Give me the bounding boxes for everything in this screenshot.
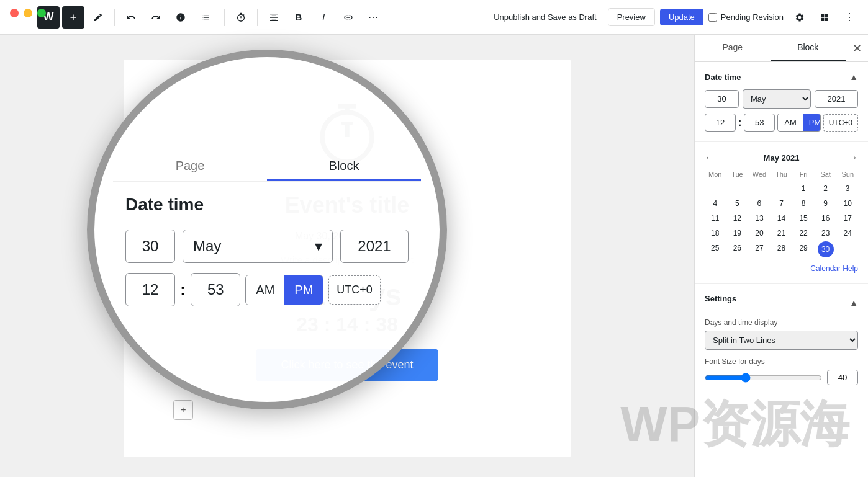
traffic-light-red[interactable] <box>10 9 19 17</box>
time-colon: : <box>738 117 741 128</box>
more-options-button[interactable]: ⋮ <box>838 6 861 29</box>
minute-input[interactable] <box>744 114 775 132</box>
datetime-toggle-button[interactable]: ▲ <box>849 72 858 82</box>
calendar-help-link[interactable]: Calendar Help <box>810 264 858 273</box>
cal-day-4[interactable]: 4 <box>705 197 726 210</box>
mag-month-wrapper[interactable]: May ▾ <box>183 230 333 263</box>
cal-day-10[interactable]: 10 <box>837 197 858 210</box>
toolbar-right: Unpublish and Save as Draft Preview Upda… <box>487 6 861 29</box>
link-button[interactable] <box>337 6 359 29</box>
datetime-section-header: Date time ▲ <box>705 72 858 82</box>
cal-day-29[interactable]: 29 <box>793 241 814 257</box>
traffic-light-yellow[interactable] <box>24 9 32 17</box>
cal-day-9[interactable]: 9 <box>815 197 836 210</box>
list-view-button[interactable] <box>194 6 217 29</box>
mag-tabs: Page Block <box>113 153 421 182</box>
mag-utc-button[interactable]: UTC+0 <box>328 275 381 305</box>
cal-day-12[interactable]: 12 <box>727 212 748 225</box>
year-input[interactable] <box>815 90 858 108</box>
info-button[interactable] <box>170 6 192 29</box>
mag-year-input[interactable] <box>340 230 409 263</box>
pending-revision-checkbox[interactable] <box>708 13 717 22</box>
pm-button[interactable]: PM <box>803 114 821 131</box>
cal-day-11[interactable]: 11 <box>705 212 726 225</box>
cal-day-21[interactable]: 21 <box>771 226 792 240</box>
day-input[interactable] <box>705 90 739 108</box>
am-pm-group: AM PM <box>777 114 820 132</box>
cal-prev-button[interactable]: ← <box>705 152 715 163</box>
cal-day-25[interactable]: 25 <box>705 241 726 257</box>
preview-button[interactable]: Preview <box>608 8 655 26</box>
tab-page[interactable]: Page <box>695 35 771 61</box>
cal-grid: Mon Tue Wed Thu Fri Sat Sun 1 2 3 4 5 6 … <box>705 168 858 257</box>
utc-button[interactable]: UTC+0 <box>823 114 858 132</box>
font-size-input[interactable] <box>827 370 858 385</box>
settings-button[interactable] <box>789 6 811 29</box>
cal-day-2[interactable]: 2 <box>815 182 836 195</box>
cal-day-14[interactable]: 14 <box>771 212 792 225</box>
add-block-below-button[interactable]: + <box>173 400 193 420</box>
cal-day-8[interactable]: 8 <box>793 197 814 210</box>
cal-day-16[interactable]: 16 <box>815 212 836 225</box>
sidebar-close-button[interactable]: ✕ <box>846 37 868 60</box>
mag-minute-input[interactable] <box>191 273 240 306</box>
cal-day-5[interactable]: 5 <box>727 197 748 210</box>
hour-input[interactable] <box>705 114 736 132</box>
cal-day-6[interactable]: 6 <box>749 197 770 210</box>
cal-day-15[interactable]: 15 <box>793 212 814 225</box>
cal-day-17[interactable]: 17 <box>837 212 858 225</box>
timer-button[interactable] <box>230 6 252 29</box>
month-select[interactable]: May <box>743 89 811 109</box>
divider <box>114 9 115 26</box>
cal-day-19[interactable]: 19 <box>727 226 748 240</box>
edit-button[interactable] <box>87 6 109 29</box>
tab-block[interactable]: Block <box>771 35 846 61</box>
cal-next-button[interactable]: → <box>848 152 858 163</box>
cal-day-27[interactable]: 27 <box>749 241 770 257</box>
settings-toggle-button[interactable]: ▲ <box>849 298 858 308</box>
view-button[interactable] <box>813 6 836 29</box>
mag-tab-block[interactable]: Block <box>267 153 421 181</box>
font-size-slider[interactable] <box>705 373 822 383</box>
mag-tab-page[interactable]: Page <box>113 153 267 181</box>
cal-day-3[interactable]: 3 <box>837 182 858 195</box>
cal-header-mon: Mon <box>705 168 726 181</box>
magnifier-overlay: Page Block Date time May ▾ : AM PM <box>87 50 447 409</box>
cal-day-empty <box>705 182 726 195</box>
mag-pm-button[interactable]: PM <box>284 275 323 305</box>
italic-button[interactable]: I <box>312 6 335 29</box>
undo-button[interactable] <box>120 6 142 29</box>
datetime-section: Date time ▲ May : AM PM UTC+0 <box>695 62 868 142</box>
bold-button[interactable]: B <box>287 6 310 29</box>
update-button[interactable]: Update <box>660 9 703 25</box>
pending-revision: Pending Revision <box>708 12 784 22</box>
traffic-light-green[interactable] <box>37 9 46 17</box>
toolbar-center: B I ⋯ <box>222 6 384 29</box>
am-button[interactable]: AM <box>778 114 803 131</box>
cal-day-26[interactable]: 26 <box>727 241 748 257</box>
cal-day-13[interactable]: 13 <box>749 212 770 225</box>
cal-day-18[interactable]: 18 <box>705 226 726 240</box>
cal-day-20[interactable]: 20 <box>749 226 770 240</box>
cal-day-23[interactable]: 23 <box>815 226 836 240</box>
cal-day-30-selected[interactable]: 30 <box>818 241 834 257</box>
calendar-area: ← May 2021 → Mon Tue Wed Thu Fri Sat Sun… <box>695 142 868 284</box>
cal-day-24[interactable]: 24 <box>837 226 858 240</box>
cal-day-28[interactable]: 28 <box>771 241 792 257</box>
cal-day-empty <box>771 182 792 195</box>
settings-section-header: Settings ▲ <box>705 294 858 311</box>
more-button[interactable]: ⋯ <box>362 6 384 29</box>
pending-revision-label: Pending Revision <box>721 12 784 22</box>
mag-day-input[interactable] <box>125 230 175 263</box>
mag-am-button[interactable]: AM <box>246 275 284 305</box>
days-time-display-select[interactable]: Split in Two Lines <box>705 331 858 350</box>
mag-hour-input[interactable] <box>125 273 175 306</box>
redo-button[interactable] <box>145 6 167 29</box>
cal-day-1[interactable]: 1 <box>793 182 814 195</box>
cal-day-7[interactable]: 7 <box>771 197 792 210</box>
unpublish-button[interactable]: Unpublish and Save as Draft <box>487 9 602 25</box>
align-button[interactable] <box>263 6 285 29</box>
cal-day-22[interactable]: 22 <box>793 226 814 240</box>
mag-section-title: Date time <box>113 195 204 215</box>
add-block-button[interactable] <box>62 6 84 29</box>
